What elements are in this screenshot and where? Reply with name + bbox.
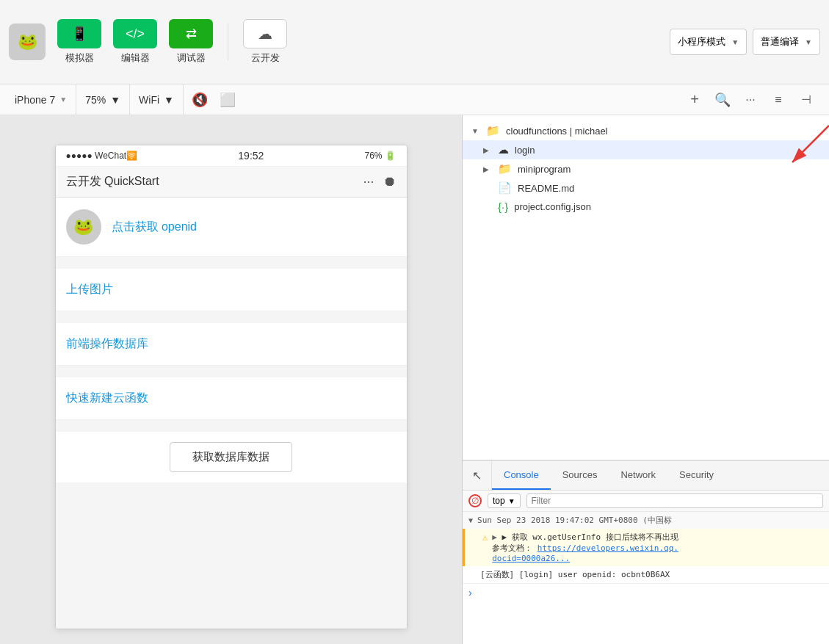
warning-content: ▶ ▶ 获取 wx.getUserInfo 接口后续将不再出现 参考文档： ht… [492, 532, 678, 563]
tree-label-login: login [515, 145, 535, 156]
editor-button[interactable]: </> 编辑器 [113, 19, 157, 65]
devtools-panel: ↖ Console Sources Network Security ∅ [463, 460, 829, 644]
mode-arrow: ▼ [731, 38, 739, 46]
add-icon[interactable]: + [684, 89, 706, 111]
log-collapse-arrow[interactable]: ▼ [468, 516, 473, 524]
right-panel: ▼ 📁 cloudfunctions | michael ▶ ☁ login [463, 115, 829, 644]
database-link[interactable]: 前端操作数据库 [66, 337, 148, 350]
upload-link[interactable]: 上传图片 [66, 283, 113, 295]
warning-text: ▶ ▶ 获取 wx.getUserInfo 接口后续将不再出现 [492, 532, 678, 543]
console-cursor[interactable]: › [463, 584, 829, 601]
settings-icon[interactable]: ≡ [767, 89, 789, 111]
warning-link1[interactable]: https://developers.weixin.qq. [537, 543, 678, 553]
cloud-button[interactable]: ☁ 云开发 [243, 19, 287, 65]
phone-content: 🐸 点击获取 openid 上传图片 前端操作数据库 快速新建云函数 [56, 198, 407, 629]
console-context-select[interactable]: top ▼ [488, 493, 521, 508]
zoom-label: 75% [85, 94, 106, 106]
debugger-icon: ⇄ [169, 19, 213, 48]
cloud-icon-login: ☁ [498, 143, 509, 156]
mode-select[interactable]: 小程序模式 ▼ [670, 29, 747, 55]
simulator-label: 模拟器 [65, 51, 94, 65]
right-icons: + 🔍 ··· ≡ ⊣ [684, 89, 823, 111]
database-section[interactable]: 前端操作数据库 [56, 323, 407, 366]
tree-item-cloudfunctions[interactable]: ▼ 📁 cloudfunctions | michael [463, 121, 829, 140]
tree-arrow-cloudfunctions: ▼ [471, 127, 482, 135]
devtools-inspector-icon[interactable]: ↖ [463, 461, 492, 490]
log-group-1: ▼ Sun Sep 23 2018 19:47:02 GMT+0800 (中国标… [463, 512, 829, 584]
log-timestamp: ▼ Sun Sep 23 2018 19:47:02 GMT+0800 (中国标 [463, 512, 829, 529]
network-label: WiFi [139, 94, 159, 106]
file-icon-readme: 📄 [498, 181, 512, 195]
upload-section[interactable]: 上传图片 [56, 269, 407, 311]
device-bar: iPhone 7 ▼ 75% ▼ WiFi ▼ 🔇 ⬜ + 🔍 ··· ≡ ⊣ [0, 84, 829, 115]
toolbar-separator [228, 23, 228, 60]
tree-item-readme[interactable]: ▶ 📄 README.md [463, 178, 829, 198]
console-filter-input[interactable] [526, 493, 823, 508]
mute-icon[interactable]: 🔇 [189, 90, 210, 110]
context-arrow: ▼ [508, 497, 515, 505]
tree-label-readme: README.md [518, 183, 574, 194]
console-warning: ⚠ ▶ ▶ 获取 wx.getUserInfo 接口后续将不再出现 参考文档： … [463, 529, 829, 566]
compile-label: 普通编译 [761, 35, 799, 48]
editor-icon: </> [113, 19, 157, 48]
mode-label: 小程序模式 [678, 35, 725, 48]
file-tree: ▼ 📁 cloudfunctions | michael ▶ ☁ login [463, 115, 829, 460]
debugger-label: 调试器 [177, 51, 206, 65]
zoom-select[interactable]: 75% ▼ [76, 84, 130, 115]
status-time: 19:52 [238, 150, 264, 162]
device-select[interactable]: iPhone 7 ▼ [6, 84, 76, 115]
device-label: iPhone 7 [15, 94, 55, 106]
tree-arrow-miniprogram: ▶ [483, 165, 493, 173]
cloud-func-link[interactable]: 快速新建云函数 [66, 391, 148, 404]
console-toolbar: ∅ top ▼ [463, 491, 829, 512]
debugger-button[interactable]: ⇄ 调试器 [169, 19, 213, 65]
toolbar: 🐸 📱 模拟器 </> 编辑器 ⇄ 调试器 ☁ 云开发 小程序模式 ▼ 普通编译… [0, 0, 829, 84]
section-divider-1 [56, 263, 407, 269]
phone-status-bar: ●●●●● WeChat🛜 19:52 76% 🔋 [56, 145, 407, 167]
simulator-icon: 📱 [57, 19, 101, 48]
tree-item-login[interactable]: ▶ ☁ login [463, 140, 829, 159]
folder-icon-miniprogram: 📁 [498, 162, 512, 176]
tab-sources[interactable]: Sources [551, 461, 609, 490]
warning-ref: 参考文档： https://developers.weixin.qq. [492, 543, 678, 554]
tree-label-cloudfunctions: cloudfunctions | michael [506, 126, 608, 137]
cloud-func-section[interactable]: 快速新建云函数 [56, 377, 407, 420]
screen-rotate-icon[interactable]: ⬜ [217, 90, 238, 110]
openid-link[interactable]: 点击获取 openid [112, 220, 198, 235]
compile-select[interactable]: 普通编译 ▼ [753, 29, 820, 55]
phone-more-icon[interactable]: ··· [363, 174, 374, 189]
get-data-button[interactable]: 获取数据库数据 [170, 442, 292, 472]
search-icon[interactable]: 🔍 [712, 89, 734, 111]
openid-section: 🐸 点击获取 openid [56, 198, 407, 257]
tab-network[interactable]: Network [609, 461, 667, 490]
device-icons: 🔇 ⬜ [184, 84, 244, 115]
cloud-label: 云开发 [251, 51, 280, 65]
panel-toggle-icon[interactable]: ⊣ [795, 89, 817, 111]
warning-ref2: docid=0000a26... [492, 554, 678, 563]
tree-item-config[interactable]: ▶ {·} project.config.json [463, 198, 829, 216]
console-clear-button[interactable]: ∅ [468, 494, 482, 507]
tab-security[interactable]: Security [667, 461, 725, 490]
more-icon[interactable]: ··· [739, 89, 761, 111]
tab-console[interactable]: Console [492, 461, 551, 490]
main-area: ●●●●● WeChat🛜 19:52 76% 🔋 云开发 QuickStart… [0, 115, 829, 644]
status-signal: ●●●●● WeChat🛜 [66, 151, 138, 161]
devtools-console: ∅ top ▼ ▼ Sun Sep 23 2018 19:47:02 GMT+0… [463, 491, 829, 644]
zoom-arrow: ▼ [110, 94, 120, 106]
network-select[interactable]: WiFi ▼ [130, 84, 184, 115]
warning-link2[interactable]: docid=0000a26... [492, 554, 570, 563]
phone-record-icon[interactable]: ⏺ [383, 174, 397, 189]
app-logo: 🐸 [9, 23, 46, 60]
tree-arrow-login: ▶ [483, 146, 493, 154]
warning-expand-icon[interactable]: ▶ [492, 532, 497, 542]
section-divider-2 [56, 317, 407, 323]
battery-icon: 🔋 [385, 151, 396, 161]
tree-item-miniprogram[interactable]: ▶ 📁 miniprogram [463, 159, 829, 178]
phone-nav-title: 云开发 QuickStart [66, 174, 159, 189]
tree-label-config: project.config.json [514, 201, 591, 212]
simulator-button[interactable]: 📱 模拟器 [57, 19, 101, 65]
status-battery: 76% 🔋 [364, 151, 396, 161]
warning-icon: ⚠ [482, 532, 488, 543]
section-divider-4 [56, 426, 407, 432]
network-arrow: ▼ [164, 94, 174, 106]
